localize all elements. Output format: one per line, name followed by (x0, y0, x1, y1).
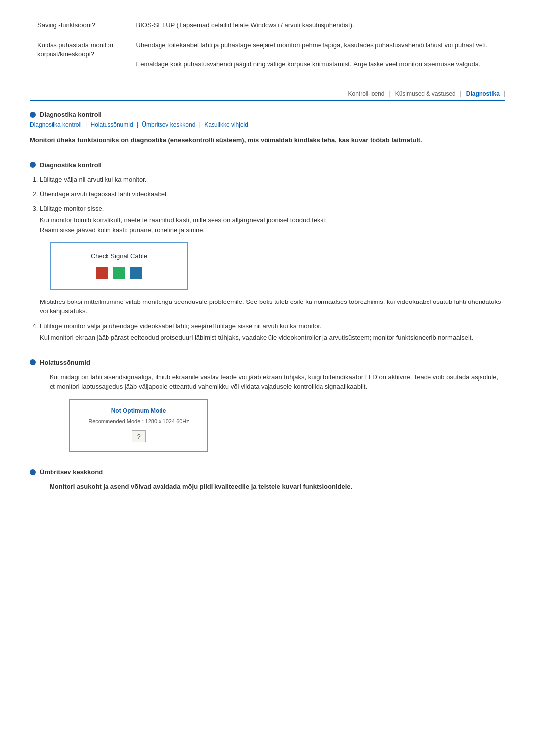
notopt-title: Not Optimum Mode (78, 406, 199, 415)
notopt-box-wrapper: Not Optimum Mode Recommended Mode : 1280… (69, 399, 505, 453)
divider-3 (30, 460, 505, 460)
breadcrumb-sep-2: | (137, 121, 140, 128)
breadcrumb-link-3[interactable]: Ümbritsev keskkond (142, 121, 195, 128)
signal-box-title: Check Signal Cable (60, 252, 177, 261)
umbritsev-text-block: Monitori asukoht ja asend võivad avaldad… (50, 482, 505, 492)
blue-square (130, 267, 142, 279)
blue-dot-icon-4 (30, 469, 36, 475)
tab-kontroll-loend[interactable]: Kontroll-loend (344, 89, 389, 98)
faq-value-2: Ühendage toitekaabel lahti ja puhastage … (129, 35, 505, 74)
main-content: Diagnostika kontroll Diagnostika kontrol… (30, 111, 505, 492)
step-4-extra-1: Kui monitori ekraan jääb pärast eeltoodu… (40, 334, 473, 341)
step-3: Lülitage monitor sisse. Kui monitor toim… (40, 204, 505, 290)
tab-sep-2: | (460, 90, 461, 97)
hoiatussõnumid-title: Hoiatussõnumid (40, 359, 90, 366)
blue-dot-icon-3 (30, 359, 36, 365)
umbritsev-title: Ümbritsev keskkond (40, 468, 103, 476)
diag-subsection: Diagnostika kontroll Lülitage välja nii … (30, 161, 505, 343)
step-2: Ühendage arvuti tagaosast lahti videokaa… (40, 189, 505, 199)
tab-kysimused[interactable]: Küsimused & vastused (391, 89, 460, 98)
faq-value-2a: Ühendage toitekaabel lahti ja puhastage … (136, 41, 488, 49)
blue-dot-icon (30, 112, 36, 118)
section-title: Diagnostika kontroll (40, 111, 102, 118)
faq-label-1: Saving -funktsiooni? (30, 15, 129, 35)
tab-diagnostika[interactable]: Diagnostika (462, 89, 504, 98)
faq-value-1: BIOS-SETUP (Täpsemad detailid leiate Win… (129, 15, 505, 35)
step-3-extra: Kui monitor toimib korralikult, näete te… (40, 215, 505, 235)
diag-sub-header: Diagnostika kontroll (30, 161, 505, 169)
color-squares (60, 267, 177, 279)
section-header: Diagnostika kontroll (30, 111, 505, 118)
faq-value-2b: Eemaldage kõik puhastusvahendi jäägid ni… (136, 60, 481, 68)
step-3-extra-2: Raami sisse jäävad kolm kasti: punane, r… (40, 226, 205, 234)
red-square (96, 267, 108, 279)
hoiatussõnumid-text-block: Kui midagi on lahti sisendsignaaliga, il… (50, 372, 505, 453)
faq-table: Saving -funktsiooni? BIOS-SETUP (Täpsema… (30, 15, 505, 74)
breadcrumb-sep-3: | (199, 121, 202, 128)
notopt-box: Not Optimum Mode Recommended Mode : 1280… (69, 399, 208, 453)
steps-list-cont: Lülitage monitor välja ja ühendage video… (40, 321, 505, 343)
blue-dot-icon-2 (30, 162, 36, 168)
tab-sep-3: | (504, 90, 505, 97)
notopt-question-button[interactable]: ? (132, 430, 146, 442)
hoiatussõnumid-section: Hoiatussõnumid Kui midagi on lahti sisen… (30, 359, 505, 453)
breadcrumb: Diagnostika kontroll | Hoiatussõnumid | … (30, 121, 505, 128)
notopt-subtitle: Recommended Mode : 1280 x 1024 60Hz (78, 417, 199, 426)
step-4-text: Lülitage monitor välja ja ühendage video… (40, 322, 321, 330)
steps-list: Lülitage välja nii arvuti kui ka monitor… (40, 175, 505, 290)
step-2-text: Ühendage arvuti tagaosast lahti videokaa… (40, 190, 168, 198)
umbritsev-bold-text: Monitori asukoht ja asend võivad avaldad… (50, 482, 505, 492)
tab-sep-1: | (389, 90, 390, 97)
breadcrumb-sep-1: | (85, 121, 88, 128)
divider-1 (30, 153, 505, 153)
step-3-extra-1: Kui monitor toimib korralikult, näete te… (40, 216, 327, 224)
breadcrumb-link-4[interactable]: Kasulikke vihjeid (204, 121, 248, 128)
faq-label-2: Kuidas puhastada monitori korpust/kinesk… (30, 35, 129, 74)
tab-navigation: Kontroll-loend | Küsimused & vastused | … (30, 89, 505, 101)
step-1: Lülitage välja nii arvuti kui ka monitor… (40, 175, 505, 185)
divider-2 (30, 351, 505, 351)
step-3-text: Lülitage monitor sisse. (40, 205, 104, 212)
green-square (113, 267, 125, 279)
step-4: Lülitage monitor välja ja ühendage video… (40, 321, 505, 343)
breadcrumb-link-2[interactable]: Hoiatussõnumid (91, 121, 133, 128)
umbritsev-header: Ümbritsev keskkond (30, 468, 505, 476)
diag-sub-title: Diagnostika kontroll (40, 161, 102, 169)
step-1-text: Lülitage välja nii arvuti kui ka monitor… (40, 176, 146, 183)
umbritsev-section: Ümbritsev keskkond Monitori asukoht ja a… (30, 468, 505, 492)
warning-note: Mistahes boksi mitteilmumine viitab moni… (40, 297, 505, 316)
breadcrumb-link-1[interactable]: Diagnostika kontroll (30, 121, 82, 128)
hoiatussõnumid-header: Hoiatussõnumid (30, 359, 505, 366)
intro-text: Monitori üheks funktsiooniks on diagnost… (30, 135, 505, 145)
hoiatussõnumid-text: Kui midagi on lahti sisendsignaaliga, il… (50, 372, 505, 392)
signal-box: Check Signal Cable (50, 242, 188, 290)
signal-box-wrapper: Check Signal Cable (50, 242, 505, 290)
step-4-extra: Kui monitori ekraan jääb pärast eeltoodu… (40, 333, 505, 343)
